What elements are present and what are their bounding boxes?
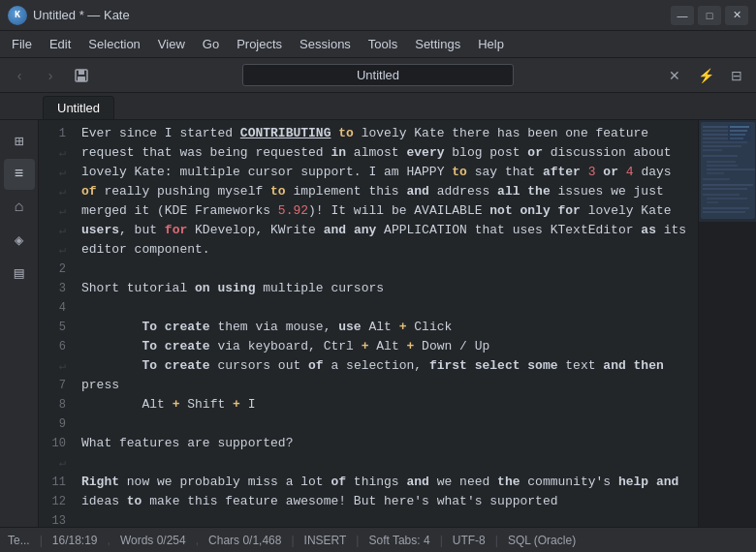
menu-selection[interactable]: Selection bbox=[80, 34, 147, 54]
sidebar: ⊞ ≡ ⌂ ◈ ▤ bbox=[0, 120, 39, 527]
tab-strip: Untitled bbox=[0, 93, 756, 120]
folder-icon[interactable]: ▤ bbox=[4, 258, 35, 289]
line-19: ideas to make this feature awesome! But … bbox=[81, 492, 690, 511]
line-11: To create them via mouse, use Alt + Clic… bbox=[81, 318, 690, 337]
bookmark-icon[interactable]: ⌂ bbox=[4, 192, 35, 223]
close-tab-button[interactable]: ✕ bbox=[661, 62, 688, 89]
main-area: ⊞ ≡ ⌂ ◈ ▤ 1 ↵ ↵ ↵ ↵ ↵ ↵ 2 3 4 5 6 ↵ 7 8 … bbox=[0, 120, 756, 527]
svg-rect-28 bbox=[730, 134, 745, 136]
svg-rect-26 bbox=[730, 126, 749, 128]
minimap bbox=[698, 120, 756, 527]
documents-icon[interactable]: ⊞ bbox=[4, 126, 35, 157]
close-button[interactable]: ✕ bbox=[725, 6, 748, 25]
line-6: users, but for KDevelop, KWrite and any … bbox=[81, 221, 690, 240]
line-20 bbox=[81, 511, 690, 527]
titlebar-left: K Untitled * — Kate bbox=[8, 6, 130, 25]
tab-bar-area bbox=[99, 64, 657, 86]
svg-rect-1 bbox=[79, 70, 84, 75]
menu-settings[interactable]: Settings bbox=[407, 34, 468, 54]
line-7: editor component. bbox=[81, 240, 690, 260]
menu-projects[interactable]: Projects bbox=[229, 34, 290, 54]
title-text: Untitled * — Kate bbox=[33, 8, 130, 22]
line-12: To create via keyboard, Ctrl + Alt + Dow… bbox=[81, 337, 690, 356]
maximize-button[interactable]: □ bbox=[698, 6, 721, 25]
svg-rect-27 bbox=[730, 130, 747, 132]
status-chars: Chars 0/1,468 bbox=[208, 534, 281, 547]
line-9: Short tutorial on using multiple cursors bbox=[81, 279, 690, 298]
line-4: of really pushing myself to implement th… bbox=[81, 182, 690, 201]
svg-rect-29 bbox=[730, 138, 743, 139]
menu-tools[interactable]: Tools bbox=[361, 34, 405, 54]
toolbar: ‹ › ✕ ⚡ ⊟ bbox=[0, 58, 756, 93]
line-3: lovely Kate: multiple cursor support. I … bbox=[81, 163, 690, 182]
line-10 bbox=[81, 298, 690, 318]
line-1: Ever since I started CONTRIBUTING to lov… bbox=[81, 124, 690, 143]
location-bar[interactable] bbox=[242, 64, 514, 86]
menu-sessions[interactable]: Sessions bbox=[292, 34, 359, 54]
status-words: Words 0/254 bbox=[120, 534, 186, 547]
line-2: request that was being requested in almo… bbox=[81, 143, 690, 163]
editor-text[interactable]: Ever since I started CONTRIBUTING to lov… bbox=[74, 120, 698, 527]
status-encoding: UTF-8 bbox=[453, 534, 486, 547]
editor-container: 1 ↵ ↵ ↵ ↵ ↵ ↵ 2 3 4 5 6 ↵ 7 8 9 10 ↵ 11 … bbox=[39, 120, 756, 527]
line-16: What features are supported? bbox=[81, 434, 690, 453]
line-14: Alt + Shift + I bbox=[81, 395, 690, 414]
status-tab[interactable]: Te... bbox=[8, 534, 30, 547]
menu-view[interactable]: View bbox=[150, 34, 193, 54]
status-syntax: SQL (Oracle) bbox=[508, 534, 576, 547]
minimap-svg bbox=[699, 120, 756, 527]
menu-edit[interactable]: Edit bbox=[42, 34, 79, 54]
nav-back-button[interactable]: ‹ bbox=[6, 62, 33, 89]
menu-help[interactable]: Help bbox=[470, 34, 512, 54]
app-icon: K bbox=[8, 6, 27, 25]
menu-go[interactable]: Go bbox=[195, 34, 227, 54]
nav-forward-button[interactable]: › bbox=[37, 62, 64, 89]
menubar: File Edit Selection View Go Projects Ses… bbox=[0, 31, 756, 58]
svg-rect-2 bbox=[78, 77, 85, 81]
line-8 bbox=[81, 260, 690, 279]
split-view-button[interactable]: ⊟ bbox=[723, 62, 750, 89]
line-numbers: 1 ↵ ↵ ↵ ↵ ↵ ↵ 2 3 4 5 6 ↵ 7 8 9 10 ↵ 11 … bbox=[39, 120, 74, 527]
line-15 bbox=[81, 414, 690, 434]
line-13: To create cursors out of a selection, fi… bbox=[81, 356, 690, 395]
menu-file[interactable]: File bbox=[4, 34, 40, 54]
line-18: Right now we probably miss a lot of thin… bbox=[81, 473, 690, 492]
line-5: merged it (KDE Frameworks 5.92)! It will… bbox=[81, 201, 690, 221]
titlebar-controls: — □ ✕ bbox=[671, 6, 748, 25]
status-tabs: Soft Tabs: 4 bbox=[368, 534, 429, 547]
status-position: 16/18:19 bbox=[52, 534, 98, 547]
tab-untitled[interactable]: Untitled bbox=[43, 96, 114, 119]
save-button[interactable] bbox=[68, 62, 95, 89]
titlebar: K Untitled * — Kate — □ ✕ bbox=[0, 0, 756, 31]
line-17 bbox=[81, 453, 690, 473]
new-tab-button[interactable]: ⚡ bbox=[692, 62, 719, 89]
statusbar: Te... | 16/18:19 , Words 0/254 , Chars 0… bbox=[0, 527, 756, 552]
status-mode: INSERT bbox=[304, 534, 347, 547]
minimize-button[interactable]: — bbox=[671, 6, 694, 25]
list-icon[interactable]: ≡ bbox=[4, 159, 35, 190]
git-icon[interactable]: ◈ bbox=[4, 225, 35, 256]
